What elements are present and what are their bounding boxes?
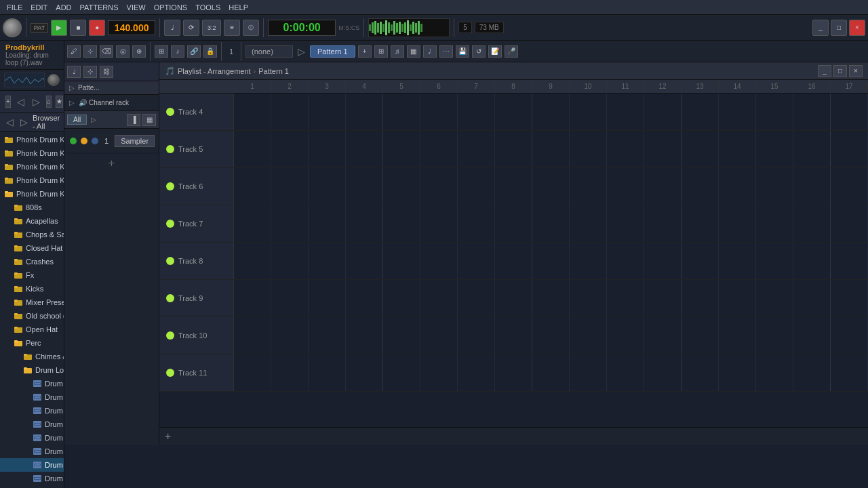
grid-cell-track4-16[interactable] <box>831 94 868 130</box>
grid-cell-track10-7[interactable] <box>495 317 532 354</box>
grid-cell-track4-5[interactable] <box>420 94 458 130</box>
grid-cell-track5-15[interactable] <box>793 131 831 167</box>
menu-item-edit[interactable]: EDIT <box>26 2 52 13</box>
grid-cell-track6-0[interactable] <box>234 168 271 205</box>
toolbar2-midi-btn[interactable]: 📝 <box>488 45 502 58</box>
browser-nav-fwd[interactable]: ▷ <box>18 117 30 127</box>
grid-cell-track4-15[interactable] <box>793 94 831 130</box>
tree-item-drum-loop-1[interactable]: Drum Loop (1) <box>0 377 64 390</box>
toolbar2-notes-btn[interactable]: ♪ <box>171 45 184 58</box>
browser-nav-back[interactable]: ◁ <box>4 117 16 127</box>
ch-filter-arrow[interactable]: ▷ <box>89 116 98 123</box>
grid-cell-track7-4[interactable] <box>383 205 420 242</box>
sidebar-favorite-btn[interactable]: ★ <box>56 96 63 108</box>
grid-cell-track4-1[interactable] <box>271 94 309 130</box>
grid-cell-track5-5[interactable] <box>420 131 458 167</box>
tree-item-kicks[interactable]: Kicks <box>0 282 64 296</box>
grid-cell-track8-6[interactable] <box>458 243 495 279</box>
grid-cell-track8-0[interactable] <box>234 243 271 279</box>
track-grid-track10[interactable] <box>234 317 868 354</box>
sub-chain-btn[interactable]: ⛓ <box>100 66 113 78</box>
bpm-display[interactable]: 140.000 <box>108 20 155 35</box>
grid-cell-track5-4[interactable] <box>383 131 420 167</box>
volume-knob[interactable] <box>47 74 60 86</box>
grid-cell-track4-6[interactable] <box>458 94 495 130</box>
toolbar2-mute-btn[interactable]: ◎ <box>116 45 130 58</box>
grid-cell-track11-4[interactable] <box>383 354 420 391</box>
grid-cell-track4-2[interactable] <box>309 94 346 130</box>
toolbar2-select-btn[interactable]: ⊹ <box>83 45 97 58</box>
grid-cell-track8-3[interactable] <box>346 243 383 279</box>
grid-cell-track11-12[interactable] <box>682 354 719 391</box>
grid-cell-track6-5[interactable] <box>420 168 458 205</box>
stop-button[interactable]: ■ <box>70 20 86 36</box>
tree-item-phonk-kit-v4[interactable]: Phonk Drum Kit Vol. 4 <box>0 174 64 187</box>
playlist-close[interactable]: × <box>849 65 863 77</box>
grid-cell-track7-2[interactable] <box>309 205 346 242</box>
grid-cell-track6-13[interactable] <box>719 168 756 205</box>
tree-item-open-hat[interactable]: Open Hat <box>0 323 64 336</box>
grid-cell-track7-13[interactable] <box>719 205 756 242</box>
toolbar2-draw-btn[interactable]: 🖊 <box>67 45 81 58</box>
play-button[interactable]: ▶ <box>51 20 67 36</box>
grid-cell-track4-10[interactable] <box>607 94 644 130</box>
sampler-label-btn[interactable]: Sampler <box>115 135 155 147</box>
grid-cell-track7-14[interactable] <box>756 205 793 242</box>
add-pattern-btn[interactable]: + <box>358 45 372 58</box>
grid-cell-track8-7[interactable] <box>495 243 532 279</box>
sub-piano-btn[interactable]: ♩ <box>67 66 81 78</box>
grid-cell-track8-1[interactable] <box>271 243 309 279</box>
tree-item-drum-loop-3[interactable]: Drum Loop (3) <box>0 404 64 418</box>
time-sig-btn[interactable]: 3:2 <box>202 20 221 36</box>
grid-cell-track11-3[interactable] <box>346 354 383 391</box>
grid-cell-track10-2[interactable] <box>309 317 346 354</box>
grid-cell-track8-5[interactable] <box>420 243 458 279</box>
sidebar-home-btn[interactable]: ⌂ <box>46 96 52 108</box>
grid-cell-track10-4[interactable] <box>383 317 420 354</box>
tree-item-chops-samples[interactable]: Chops & Samples <box>0 228 64 241</box>
grid-cell-track7-16[interactable] <box>831 205 868 242</box>
grid-cell-track10-9[interactable] <box>570 317 607 354</box>
grid-cell-track9-3[interactable] <box>346 280 383 317</box>
toolbar2-piano-btn[interactable]: ♩ <box>423 45 437 58</box>
grid-cell-track9-8[interactable] <box>532 280 570 317</box>
grid-cell-track11-14[interactable] <box>756 354 793 391</box>
grid-cell-track9-13[interactable] <box>719 280 756 317</box>
grid-cell-track8-2[interactable] <box>309 243 346 279</box>
grid-cell-track5-12[interactable] <box>682 131 719 167</box>
grid-cell-track9-16[interactable] <box>831 280 868 317</box>
grid-cell-track6-12[interactable] <box>682 168 719 205</box>
grid-cell-track11-13[interactable] <box>719 354 756 391</box>
toolbar2-snap-btn[interactable]: ⊞ <box>155 45 168 58</box>
grid-cell-track5-8[interactable] <box>532 131 570 167</box>
grid-cell-track11-9[interactable] <box>570 354 607 391</box>
grid-cell-track9-9[interactable] <box>570 280 607 317</box>
grid-cell-track7-3[interactable] <box>346 205 383 242</box>
toolbar2-save-btn[interactable]: 💾 <box>456 45 469 58</box>
grid-cell-track6-6[interactable] <box>458 168 495 205</box>
add-channel-btn[interactable]: + <box>64 153 159 172</box>
toolbar2-erase-btn[interactable]: ⌫ <box>100 45 113 58</box>
toolbar2-link-btn[interactable]: 🔗 <box>187 45 201 58</box>
grid-cell-track10-16[interactable] <box>831 317 868 354</box>
grid-cell-track9-10[interactable] <box>607 280 644 317</box>
channel-rack-arrow[interactable]: ▷ <box>67 99 77 106</box>
tree-item-phonk-kit-v3[interactable]: Phonk Drum Kit Vol. 3 <box>0 160 64 174</box>
metronome-btn[interactable]: ♩ <box>164 20 180 36</box>
grid-cell-track6-9[interactable] <box>570 168 607 205</box>
record-button[interactable]: ● <box>89 20 105 36</box>
grid-cell-track11-15[interactable] <box>793 354 831 391</box>
grid-cell-track11-16[interactable] <box>831 354 868 391</box>
grid-cell-track10-8[interactable] <box>532 317 570 354</box>
grid-cell-track11-2[interactable] <box>309 354 346 391</box>
sidebar-back-btn[interactable]: ◁ <box>15 96 26 107</box>
grid-cell-track6-8[interactable] <box>532 168 570 205</box>
sidebar-add-btn[interactable]: + <box>5 96 11 108</box>
grid-cell-track10-14[interactable] <box>756 317 793 354</box>
playlist-minimize[interactable]: _ <box>818 65 831 77</box>
menu-item-options[interactable]: OPTIONS <box>150 2 192 13</box>
close-btn[interactable]: × <box>849 20 865 36</box>
playlist-arrow[interactable]: ▷ <box>67 84 77 92</box>
menu-item-tools[interactable]: TOOLS <box>191 2 224 13</box>
grid-cell-track9-0[interactable] <box>234 280 271 317</box>
